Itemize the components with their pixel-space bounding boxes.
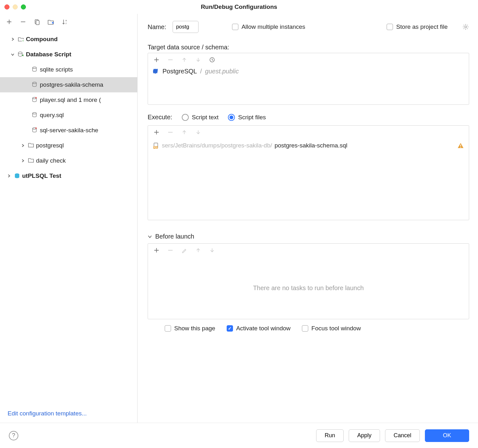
move-up-icon xyxy=(195,247,202,254)
history-icon[interactable] xyxy=(209,56,216,63)
datasource-row[interactable]: PostgreSQL / guest.public xyxy=(152,68,464,75)
add-icon[interactable] xyxy=(6,18,13,25)
database-icon xyxy=(32,112,38,118)
target-label: Target data source / schema: xyxy=(148,44,469,51)
svg-text:SQL: SQL xyxy=(154,146,158,149)
tree-folder[interactable]: postgresql xyxy=(0,138,137,153)
store-project-label: Store as project file xyxy=(396,23,448,30)
before-launch-label: Before launch xyxy=(155,233,194,240)
remove-icon xyxy=(167,56,174,63)
execute-script-text-radio[interactable]: Script text xyxy=(182,114,218,121)
add-icon[interactable] xyxy=(153,247,160,254)
postgres-icon xyxy=(152,68,159,75)
script-file-row[interactable]: SQL sers/JetBrains/dumps/postgres-sakila… xyxy=(152,140,464,151)
execute-script-files-radio[interactable]: Script files xyxy=(228,114,266,121)
tree-label: sqlite scripts xyxy=(40,66,73,73)
focus-tool-checkbox[interactable]: Focus tool window xyxy=(302,325,361,332)
tree-node-utplsql[interactable]: utPLSQL Test xyxy=(0,168,137,184)
tree-item[interactable]: query.sql xyxy=(0,108,137,123)
move-up-icon xyxy=(181,129,188,136)
allow-multiple-checkbox[interactable]: Allow multiple instances xyxy=(232,23,305,30)
radio-label: Script text xyxy=(192,114,218,121)
svg-text:a: a xyxy=(65,19,67,22)
database-error-icon xyxy=(32,97,38,103)
chevron-right-icon xyxy=(20,144,26,147)
tree-label: player.sql and 1 more ( xyxy=(40,96,101,103)
move-up-icon xyxy=(181,56,188,63)
sql-file-icon: SQL xyxy=(153,142,159,149)
activate-tool-label: Activate tool window xyxy=(236,325,291,332)
before-launch-section: Before launch There are no tasks to run … xyxy=(148,233,469,332)
remove-icon[interactable] xyxy=(20,18,27,25)
file-path-name: postgres-sakila-schema.sql xyxy=(274,142,347,149)
remove-icon xyxy=(167,247,174,254)
store-project-checkbox[interactable]: Store as project file xyxy=(387,23,448,30)
ok-button[interactable]: OK xyxy=(425,429,469,442)
gear-icon[interactable] xyxy=(462,23,469,30)
before-launch-panel: There are no tasks to run before launch xyxy=(148,243,469,319)
tree-label: postgresql xyxy=(36,142,64,149)
svg-rect-1 xyxy=(36,21,39,25)
script-files-panel: SQL sers/JetBrains/dumps/postgres-sakila… xyxy=(148,125,469,220)
target-datasource-panel: PostgreSQL / guest.public xyxy=(148,53,469,105)
utplsql-icon xyxy=(14,173,20,179)
svg-point-7 xyxy=(33,82,36,84)
remove-icon xyxy=(167,129,174,136)
sort-alpha-icon[interactable]: az xyxy=(61,18,68,25)
database-icon xyxy=(32,66,38,73)
database-run-icon xyxy=(18,51,24,58)
chevron-right-icon xyxy=(20,159,26,163)
new-folder-icon[interactable] xyxy=(47,18,54,25)
tree-label: Compound xyxy=(26,36,58,43)
tree-label: utPLSQL Test xyxy=(22,172,61,179)
folder-icon xyxy=(28,158,34,164)
run-button[interactable]: Run xyxy=(316,429,344,442)
svg-point-6 xyxy=(33,67,36,69)
move-down-icon xyxy=(209,247,216,254)
datasource-sep: / xyxy=(200,68,202,75)
tree-node-database-script[interactable]: Database Script xyxy=(0,47,137,62)
dialog-footer: ? Run Apply Cancel OK xyxy=(0,423,478,448)
name-input[interactable] xyxy=(173,21,199,33)
chevron-right-icon xyxy=(9,37,16,41)
tree-node-compound[interactable]: Compound xyxy=(0,32,137,47)
datasource-schema: guest.public xyxy=(205,68,239,75)
tree-label: daily check xyxy=(36,157,66,164)
tree-label: Database Script xyxy=(26,51,71,58)
tree-label: sql-server-sakila-sche xyxy=(40,127,98,134)
copy-icon[interactable] xyxy=(34,18,40,25)
activate-tool-checkbox[interactable]: ✓ Activate tool window xyxy=(227,325,291,332)
config-tree: Compound Database Script sqlite scripts … xyxy=(0,30,137,404)
tree-item[interactable]: player.sql and 1 more ( xyxy=(0,92,137,108)
tree-item-selected[interactable]: postgres-sakila-schema xyxy=(0,77,137,92)
show-page-checkbox[interactable]: Show this page xyxy=(165,325,215,332)
tree-item[interactable]: sql-server-sakila-sche xyxy=(0,123,137,138)
sidebar: az Compound Database Script sqlite scrip… xyxy=(0,14,138,423)
chevron-right-icon xyxy=(6,174,12,178)
sidebar-toolbar: az xyxy=(0,14,137,30)
add-icon[interactable] xyxy=(153,129,160,136)
window-title: Run/Debug Configurations xyxy=(0,3,478,10)
execute-label: Execute: xyxy=(148,114,172,121)
show-page-label: Show this page xyxy=(174,325,215,332)
before-launch-empty: There are no tasks to run before launch xyxy=(148,257,469,319)
cancel-button[interactable]: Cancel xyxy=(385,429,420,442)
help-icon[interactable]: ? xyxy=(9,431,18,440)
add-icon[interactable] xyxy=(153,56,160,63)
edit-templates-link[interactable]: Edit configuration templates... xyxy=(8,410,87,417)
warning-icon xyxy=(457,142,464,149)
database-error-icon xyxy=(32,127,38,134)
chevron-down-icon xyxy=(9,53,16,56)
chevron-down-icon xyxy=(148,234,152,239)
tree-item[interactable]: sqlite scripts xyxy=(0,62,137,77)
svg-text:z: z xyxy=(65,22,67,25)
folder-icon xyxy=(28,142,34,149)
compound-icon xyxy=(18,36,24,42)
focus-tool-label: Focus tool window xyxy=(311,325,361,332)
file-path-prefix: sers/JetBrains/dumps/postgres-sakila-db/ xyxy=(162,142,272,149)
tree-folder[interactable]: daily check xyxy=(0,153,137,168)
apply-button[interactable]: Apply xyxy=(349,429,380,442)
name-label: Name: xyxy=(148,23,166,31)
before-launch-header[interactable]: Before launch xyxy=(148,233,469,240)
config-form: Name: Allow multiple instances Store as … xyxy=(138,14,478,423)
